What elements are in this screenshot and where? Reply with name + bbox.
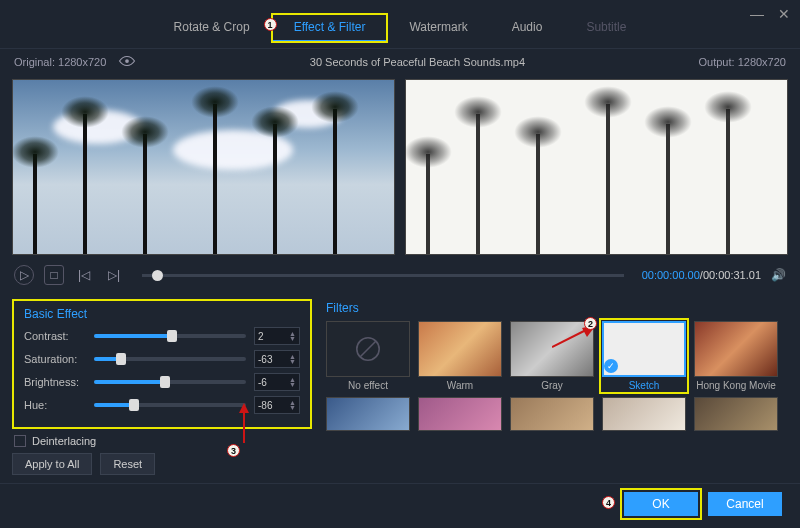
hue-label: Hue: [24,399,86,411]
next-frame-button[interactable]: ▷| [104,265,124,285]
preview-area [0,75,800,259]
basic-effect-panel: Basic Effect Contrast: 2▲▼ Saturation: -… [12,299,312,475]
deinterlacing-checkbox[interactable] [14,435,26,447]
check-icon: ✓ [604,359,618,373]
filter-item[interactable] [418,397,502,431]
output-resolution-label: Output: 1280x720 [699,56,786,68]
prev-frame-button[interactable]: |◁ [74,265,94,285]
tab-effect-filter[interactable]: 1 Effect & Filter [272,14,388,42]
stop-button[interactable]: □ [44,265,64,285]
svg-line-4 [360,341,376,357]
seek-bar[interactable] [142,274,624,277]
saturation-slider[interactable] [94,357,246,361]
ok-button[interactable]: OK [624,492,698,516]
time-duration: /00:00:31.01 [700,269,761,281]
saturation-value[interactable]: -63▲▼ [254,350,300,368]
contrast-label: Contrast: [24,330,86,342]
original-preview [12,79,395,255]
annotation-1: 1 [264,18,277,31]
filter-item[interactable] [694,397,778,431]
tab-bar: Rotate & Crop 1 Effect & Filter Watermar… [0,0,800,49]
deinterlacing-label: Deinterlacing [32,435,96,447]
footer-bar: 4 OK Cancel [0,483,800,524]
svg-point-0 [125,59,129,63]
time-current: 00:00:00.00 [642,269,700,281]
filters-title: Filters [326,301,788,315]
output-preview [405,79,788,255]
tab-audio[interactable]: Audio [490,14,565,42]
filter-label: Sketch [602,380,686,391]
filter-warm[interactable]: Warm [418,321,502,391]
filter-hong-kong-movie[interactable]: Hong Kong Movie [694,321,778,391]
spinner-icon[interactable]: ▲▼ [289,354,296,364]
apply-to-all-button[interactable]: Apply to All [12,453,92,475]
saturation-label: Saturation: [24,353,86,365]
original-resolution-label: Original: 1280x720 [14,56,106,68]
tab-rotate-crop[interactable]: Rotate & Crop [152,14,272,42]
transport-bar: ▷ □ |◁ ▷| 00:00:00.00/00:00:31.01 🔊 [0,259,800,291]
filter-no-effect[interactable]: No effect [326,321,410,391]
spinner-icon[interactable]: ▲▼ [289,331,296,341]
window-controls: — ✕ [750,6,790,22]
annotation-3: 3 [227,444,240,457]
filter-gray[interactable]: Gray [510,321,594,391]
tab-effect-filter-label: Effect & Filter [294,20,366,34]
annotation-2: 2 [584,317,597,330]
basic-effect-title: Basic Effect [24,307,300,321]
filter-label: Gray [510,380,594,391]
spinner-icon[interactable]: ▲▼ [289,377,296,387]
time-display: 00:00:00.00/00:00:31.01 [642,269,761,281]
filter-label: Hong Kong Movie [694,380,778,391]
preview-visibility-icon[interactable] [118,55,136,69]
tab-subtitle[interactable]: Subtitle [564,14,648,42]
volume-icon[interactable]: 🔊 [771,268,786,282]
filter-label: Warm [418,380,502,391]
filter-item[interactable] [510,397,594,431]
brightness-value[interactable]: -6▲▼ [254,373,300,391]
cancel-button[interactable]: Cancel [708,492,782,516]
contrast-value[interactable]: 2▲▼ [254,327,300,345]
close-button[interactable]: ✕ [778,6,790,22]
info-bar: Original: 1280x720 30 Seconds of Peacefu… [0,49,800,75]
hue-slider[interactable] [94,403,246,407]
contrast-slider[interactable] [94,334,246,338]
tab-watermark[interactable]: Watermark [387,14,489,42]
filter-sketch[interactable]: 2 ✓ Sketch [602,321,686,391]
spinner-icon[interactable]: ▲▼ [289,400,296,410]
minimize-button[interactable]: — [750,6,764,22]
filter-item[interactable] [602,397,686,431]
filter-label: No effect [326,380,410,391]
annotation-4: 4 [602,496,615,509]
filename-label: 30 Seconds of Peaceful Beach Sounds.mp4 [310,56,525,68]
play-button[interactable]: ▷ [14,265,34,285]
brightness-label: Brightness: [24,376,86,388]
reset-button[interactable]: Reset [100,453,155,475]
brightness-slider[interactable] [94,380,246,384]
hue-value[interactable]: -86▲▼ [254,396,300,414]
filters-panel: Filters No effect Warm Gray 2 ✓ Sketch [326,299,788,475]
filter-item[interactable] [326,397,410,431]
